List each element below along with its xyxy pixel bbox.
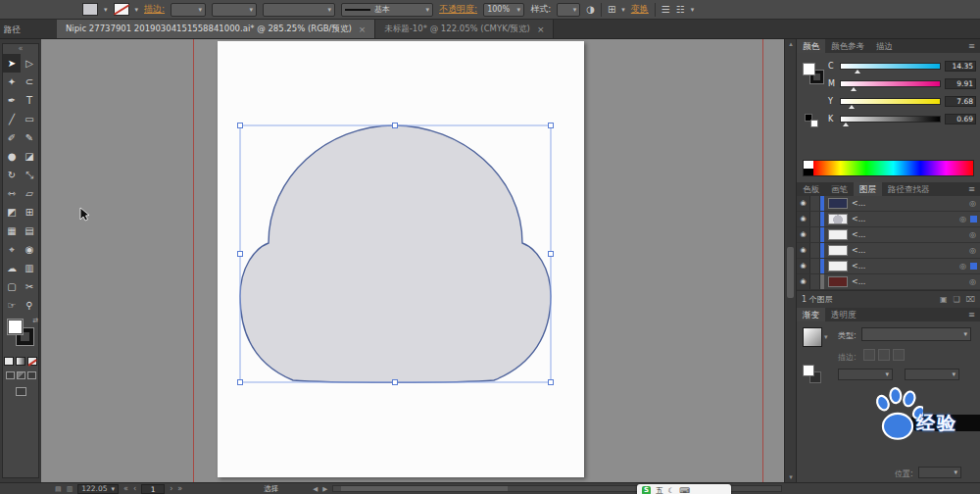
lock-toggle[interactable] [810, 196, 820, 211]
path-panel-label[interactable]: 路径 [4, 25, 21, 36]
tool-blob-brush[interactable]: ● [3, 147, 21, 166]
tool-paintbrush[interactable]: ✐ [3, 128, 21, 147]
visibility-toggle[interactable]: ◉ [797, 212, 810, 226]
lock-toggle[interactable] [810, 274, 820, 289]
layer-name[interactable]: <... [852, 262, 959, 271]
fill-proxy[interactable] [803, 63, 815, 75]
fill-proxy[interactable] [7, 319, 24, 335]
chevron-down-icon[interactable]: ▾ [104, 6, 108, 14]
layer-thumbnail[interactable] [828, 214, 848, 224]
cyan-value[interactable]: 14.35 [945, 61, 976, 72]
tool-column-graph[interactable]: ▥ [21, 259, 38, 277]
tab-transparency[interactable]: 透明度 [825, 308, 862, 321]
tool-rotate[interactable]: ↻ [3, 166, 21, 184]
lock-toggle[interactable] [810, 243, 820, 258]
tab-layers[interactable]: 图层 [854, 182, 882, 196]
align-vertical-icon[interactable]: ☷ [676, 5, 685, 15]
sogou-logo-icon[interactable]: S [642, 486, 651, 494]
new-layer-icon[interactable]: ❏ [954, 295, 960, 304]
lock-toggle[interactable] [810, 227, 820, 242]
visibility-toggle[interactable]: ◉ [797, 196, 810, 211]
draw-normal-icon[interactable] [6, 371, 15, 379]
next-artboard-button[interactable]: › [170, 484, 172, 493]
gradient-fill-proxy[interactable] [803, 365, 814, 376]
tool-selection[interactable]: ➤ [3, 54, 21, 73]
draw-inside-icon[interactable] [27, 371, 36, 379]
document-tab[interactable]: 未标题-10* @ 122.05% (CMYK/预览) × [375, 20, 554, 38]
black-value[interactable]: 0.69 [945, 114, 976, 124]
tab-color[interactable]: 颜色 [797, 39, 825, 53]
style-dropdown[interactable]: ▾ [557, 3, 580, 17]
yellow-value[interactable]: 7.68 [945, 96, 976, 107]
prev-artboard-button[interactable]: ‹ [133, 484, 136, 493]
transform-link[interactable]: 变换 [631, 3, 649, 16]
layer-thumbnail[interactable] [828, 229, 848, 240]
recolor-artwork-icon[interactable]: ◑ [586, 5, 595, 15]
vertical-scrollbar[interactable]: ▴ ▾ [784, 39, 796, 482]
close-icon[interactable]: × [359, 25, 367, 34]
canvas[interactable] [41, 39, 784, 482]
layer-thumbnail[interactable] [828, 276, 848, 287]
delete-layer-icon[interactable]: ⌧ [966, 295, 975, 304]
chevron-down-icon[interactable]: ▾ [691, 6, 695, 14]
zoom-dropdown[interactable]: 122.05 ▾ [77, 484, 119, 494]
artboard-number-box[interactable]: 1 [141, 484, 165, 494]
tool-artboard[interactable]: ▢ [3, 277, 21, 296]
target-icon[interactable]: ◎ [959, 262, 966, 271]
layer-name[interactable]: <... [852, 246, 969, 255]
scrollbar-thumb[interactable] [787, 247, 794, 298]
tab-swatches[interactable]: 色板 [797, 182, 825, 196]
tool-magic-wand[interactable]: ✦ [3, 73, 21, 91]
screen-mode-icon[interactable] [16, 387, 26, 396]
close-icon[interactable]: × [537, 25, 545, 34]
target-icon[interactable]: ◎ [959, 215, 966, 223]
tool-rectangle[interactable]: ▭ [21, 110, 38, 128]
status-icon[interactable]: ▤ [55, 485, 62, 493]
cloud-shape[interactable] [240, 125, 551, 382]
visibility-toggle[interactable]: ◉ [797, 274, 810, 289]
scroll-right-icon[interactable]: ▶ [322, 485, 327, 493]
last-artboard-button[interactable]: » [177, 484, 182, 493]
tool-blend[interactable]: ◉ [21, 240, 38, 259]
tool-gradient[interactable]: ▤ [21, 222, 38, 240]
stroke-across-icon[interactable] [893, 349, 905, 361]
stroke-within-icon[interactable] [863, 349, 875, 361]
layer-thumbnail[interactable] [828, 261, 848, 272]
tool-scale[interactable]: ⤡ [21, 166, 38, 184]
target-icon[interactable]: ◎ [969, 199, 976, 208]
tool-slice[interactable]: ✂ [21, 277, 38, 296]
panel-menu-icon[interactable]: ≡ [963, 184, 980, 194]
tab-brushes[interactable]: 画笔 [825, 182, 854, 196]
layer-thumbnail[interactable] [828, 198, 848, 209]
ime-mode[interactable]: 五 [656, 486, 663, 494]
stroke-color-swatch[interactable] [114, 3, 129, 16]
gradient-aspect-dropdown[interactable]: ▾ [905, 369, 959, 380]
chevron-down-icon[interactable]: ▾ [824, 333, 828, 341]
magenta-value[interactable]: 9.91 [945, 78, 976, 89]
keyboard-icon[interactable]: ⌨ [679, 486, 690, 494]
color-button[interactable] [4, 357, 14, 366]
tab-pathfinder[interactable]: 路径查找器 [882, 182, 936, 196]
panel-menu-icon[interactable]: ≡ [963, 310, 980, 320]
tool-pencil[interactable]: ✎ [21, 128, 38, 147]
gradient-location-dropdown[interactable]: ▾ [918, 467, 961, 478]
brush-definition-dropdown[interactable]: 基本 ▾ [341, 3, 433, 17]
layer-name[interactable]: <... [852, 199, 969, 208]
layer-row[interactable]: ◉ <... ◎ [797, 259, 980, 274]
status-icon[interactable]: ▥ [67, 485, 74, 493]
gradient-button[interactable] [16, 357, 25, 366]
spectrum-ramp[interactable] [813, 161, 973, 175]
tool-symbol-sprayer[interactable]: ☁ [3, 259, 21, 277]
stroke-weight-label[interactable]: 描边: [144, 3, 165, 16]
tool-mesh[interactable]: ▦ [3, 222, 21, 240]
tool-perspective-grid[interactable]: ⊞ [21, 203, 38, 222]
stroke-weight-dropdown[interactable]: ▾ [171, 3, 206, 17]
scroll-left-icon[interactable]: ◀ [313, 485, 318, 493]
target-icon[interactable]: ◎ [969, 230, 976, 239]
make-clip-mask-icon[interactable]: ▣ [940, 295, 948, 304]
visibility-toggle[interactable]: ◉ [797, 227, 810, 242]
tool-zoom[interactable]: ⚲ [21, 296, 38, 315]
panel-menu-icon[interactable]: ≡ [963, 41, 980, 51]
visibility-toggle[interactable]: ◉ [797, 259, 810, 273]
magenta-slider[interactable] [840, 80, 941, 87]
